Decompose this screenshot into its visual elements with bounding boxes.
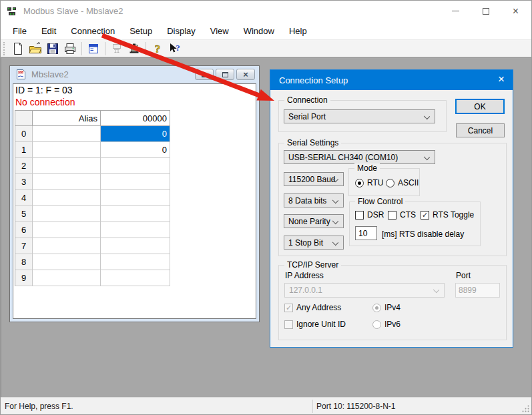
stop-bits-combo[interactable]: 1 Stop Bit xyxy=(284,236,344,250)
parity-value: None Parity xyxy=(288,217,330,226)
resize-grip[interactable] xyxy=(521,404,530,413)
tcp-port-value: 8899 xyxy=(459,286,477,295)
toolbar-separator xyxy=(105,42,105,55)
menu-file[interactable]: File xyxy=(13,26,27,36)
menu-connection[interactable]: Connection xyxy=(71,26,115,36)
row-header[interactable]: 1 xyxy=(15,142,33,158)
new-button[interactable] xyxy=(9,41,27,57)
svg-text:?: ? xyxy=(155,43,161,55)
close-button[interactable]: × xyxy=(501,1,531,21)
doc-titlebar[interactable]: DOC Mbslave2 xyxy=(15,69,69,80)
value-cell[interactable] xyxy=(101,270,170,286)
context-help-button[interactable]: ? xyxy=(166,41,184,57)
data-bits-combo[interactable]: 8 Data bits xyxy=(284,193,344,208)
row-header[interactable]: 8 xyxy=(15,254,33,270)
baud-combo[interactable]: 115200 Baud xyxy=(284,172,344,186)
help-button[interactable]: ? xyxy=(149,41,166,57)
communication-button[interactable] xyxy=(125,41,143,57)
alias-cell[interactable] xyxy=(33,126,101,142)
minimize-button[interactable] xyxy=(441,1,471,21)
row-header[interactable]: 2 xyxy=(15,158,33,174)
value-cell[interactable]: 0 xyxy=(101,142,170,158)
grid-header-alias[interactable]: Alias xyxy=(33,110,101,126)
doc-close-button[interactable]: × xyxy=(236,69,255,80)
serial-port-combo[interactable]: USB-SERIAL CH340 (COM10) xyxy=(284,150,435,164)
value-cell[interactable] xyxy=(101,238,170,254)
doc-minimize-button[interactable] xyxy=(195,69,214,80)
value-cell[interactable] xyxy=(101,222,170,238)
ok-button[interactable]: OK xyxy=(455,99,505,114)
ignore-unit-id-checkbox: Ignore Unit ID xyxy=(284,320,346,329)
alias-cell[interactable] xyxy=(33,238,101,254)
mode-rtu-option[interactable]: RTU xyxy=(355,178,383,187)
cts-label: CTS xyxy=(400,210,416,220)
value-cell-selected[interactable]: 0 xyxy=(101,126,170,142)
grid-header-00000[interactable]: 00000 xyxy=(101,110,170,126)
row-header[interactable]: 3 xyxy=(15,174,33,190)
value-cell[interactable] xyxy=(101,158,170,174)
toolbar: ? ? xyxy=(1,39,531,57)
row-header[interactable]: 7 xyxy=(15,238,33,254)
open-button[interactable] xyxy=(27,41,44,57)
menu-setup[interactable]: Setup xyxy=(129,26,152,36)
display-setup-button[interactable] xyxy=(85,41,102,57)
value-cell[interactable] xyxy=(101,206,170,222)
dialog-close-icon[interactable]: × xyxy=(498,73,505,85)
toolbar-grip xyxy=(3,42,6,55)
register-grid: Alias 00000 0 0 1 0 2 xyxy=(15,110,170,286)
value-cell[interactable] xyxy=(101,190,170,206)
row-header[interactable]: 4 xyxy=(15,190,33,206)
grid-header-row: Alias 00000 xyxy=(15,110,170,126)
close-icon: × xyxy=(243,70,248,79)
row-header[interactable]: 5 xyxy=(15,206,33,222)
chevron-down-icon xyxy=(332,240,338,246)
save-button[interactable] xyxy=(44,41,61,57)
row-header[interactable]: 0 xyxy=(15,126,33,142)
alias-cell[interactable] xyxy=(33,254,101,270)
alias-cell[interactable] xyxy=(33,142,101,158)
menu-edit[interactable]: Edit xyxy=(41,26,56,36)
maximize-icon xyxy=(483,8,489,15)
menu-help[interactable]: Help xyxy=(289,26,307,36)
maximize-button[interactable] xyxy=(471,1,501,21)
alias-cell[interactable] xyxy=(33,190,101,206)
mode-ascii-option[interactable]: ASCII xyxy=(386,178,419,187)
value-cell[interactable] xyxy=(101,174,170,190)
new-document-icon xyxy=(11,42,25,55)
alias-cell[interactable] xyxy=(33,222,101,238)
document-icon: DOC xyxy=(15,69,27,80)
save-icon xyxy=(46,42,59,55)
alias-cell[interactable] xyxy=(33,158,101,174)
print-button[interactable] xyxy=(61,41,79,57)
svg-text:DOC: DOC xyxy=(18,71,23,73)
checkbox-checked-icon: ✓ xyxy=(284,304,293,312)
alias-cell[interactable] xyxy=(33,174,101,190)
menu-display[interactable]: Display xyxy=(167,26,196,36)
poll-definition-button[interactable] xyxy=(108,41,125,57)
table-row: 5 xyxy=(15,206,170,222)
rts-delay-field[interactable]: 10 xyxy=(355,226,377,240)
toolbar-separator xyxy=(146,42,146,55)
row-header[interactable]: 9 xyxy=(15,270,33,286)
chevron-down-icon xyxy=(424,154,430,160)
alias-cell[interactable] xyxy=(33,270,101,286)
chevron-down-icon xyxy=(332,197,338,203)
parity-combo[interactable]: None Parity xyxy=(284,214,344,228)
value-cell[interactable] xyxy=(101,254,170,270)
cts-checkbox[interactable]: CTS xyxy=(388,210,416,220)
status-separator xyxy=(312,400,313,413)
connection-type-combo[interactable]: Serial Port xyxy=(284,109,435,123)
stop-bits-value: 1 Stop Bit xyxy=(288,238,323,248)
rts-toggle-checkbox[interactable]: ✓ RTS Toggle xyxy=(421,210,474,220)
ignore-unit-id-label: Ignore Unit ID xyxy=(296,320,346,329)
alias-cell[interactable] xyxy=(33,206,101,222)
ascii-label: ASCII xyxy=(398,178,419,187)
row-header[interactable]: 6 xyxy=(15,222,33,238)
doc-restore-button[interactable] xyxy=(216,69,234,80)
radio-selected-icon xyxy=(355,179,364,187)
cancel-button[interactable]: Cancel xyxy=(456,123,505,137)
dialog-titlebar[interactable]: Connection Setup × xyxy=(270,70,513,90)
menu-window[interactable]: Window xyxy=(244,26,274,36)
menu-view[interactable]: View xyxy=(210,26,229,36)
dsr-checkbox[interactable]: DSR xyxy=(355,210,384,220)
